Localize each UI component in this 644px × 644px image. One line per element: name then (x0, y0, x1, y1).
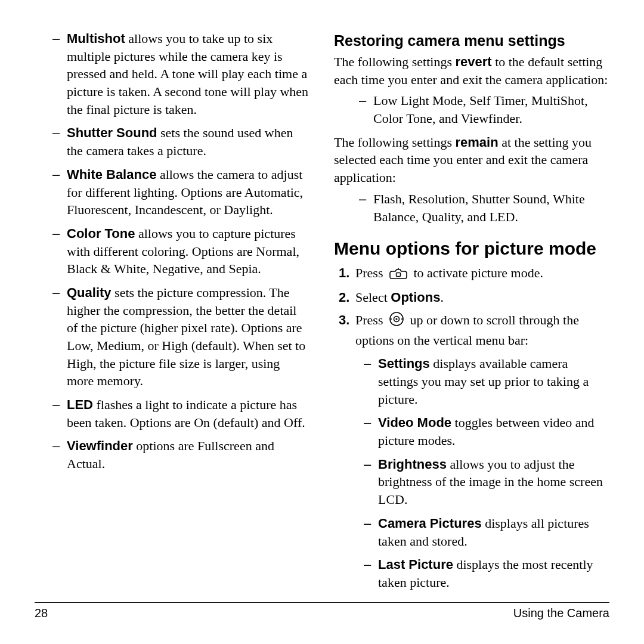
heading-restoring: Restoring camera menu settings (334, 32, 609, 49)
page-footer: 28 Using the Camera (35, 602, 609, 620)
text: Flash, Resolution, Shutter Sound, White … (373, 191, 585, 224)
list-item: LED flashes a light to indicate a pictur… (56, 396, 310, 431)
text: Press (355, 265, 386, 280)
term: Camera Pictures (378, 516, 482, 531)
text: The following settings (334, 54, 455, 69)
svg-point-1 (398, 268, 399, 270)
bold-remain: remain (455, 135, 498, 150)
left-column: Multishot allows you to take up to six m… (35, 30, 310, 597)
text: sets the picture compression. The higher… (67, 285, 305, 388)
list-item: White Balance allows the camera to adjus… (56, 166, 310, 219)
term: Settings (378, 356, 430, 371)
text: to activate picture mode. (410, 265, 543, 280)
step-2: Select Options. (339, 288, 609, 307)
list-item: Settings displays available camera setti… (367, 355, 609, 408)
right-column: Restoring camera menu settings The follo… (334, 30, 609, 597)
svg-point-5 (391, 318, 392, 320)
list-item: Color Tone allows you to capture picture… (56, 225, 310, 278)
text: . (440, 290, 444, 305)
term: Multishot (67, 31, 125, 46)
para-remain: The following settings remain at the set… (334, 134, 609, 187)
list-item: Brightness allows you to adjust the brig… (367, 456, 609, 509)
list-item: Shutter Sound sets the sound used when t… (56, 124, 310, 159)
term: LED (67, 397, 93, 412)
term: Color Tone (67, 226, 135, 241)
svg-point-4 (395, 318, 397, 320)
list-item: Viewfinder options are Fullscreen and Ac… (56, 437, 310, 472)
remain-list: Flash, Resolution, Shutter Sound, White … (334, 190, 609, 225)
page-number: 28 (35, 606, 48, 620)
term: Last Picture (378, 557, 453, 572)
term: Shutter Sound (67, 125, 157, 140)
heading-menu-options: Menu options for picture mode (334, 239, 609, 259)
list-item: Camera Pictures displays all pictures ta… (367, 515, 609, 550)
list-item: Flash, Resolution, Shutter Sound, White … (363, 190, 609, 225)
list-item: Last Picture displays the most recently … (367, 556, 609, 591)
term: Brightness (378, 457, 447, 472)
para-revert: The following settings revert to the def… (334, 53, 609, 88)
text: Low Light Mode, Self Timer, MultiShot, C… (373, 93, 588, 126)
step-1: Press to activate picture mode. (339, 264, 609, 284)
camera-settings-list: Multishot allows you to take up to six m… (35, 30, 310, 473)
term: Quality (67, 285, 112, 300)
term: White Balance (67, 167, 156, 182)
svg-rect-0 (396, 273, 400, 277)
bold-options: Options (391, 290, 440, 305)
svg-point-6 (401, 318, 402, 320)
step-3: Press up or down to scroll through the o… (339, 311, 609, 592)
text: flashes a light to indicate a picture ha… (67, 397, 305, 430)
list-item: Quality sets the picture compression. Th… (56, 284, 310, 390)
manual-page: Multishot allows you to take up to six m… (0, 0, 644, 644)
options-sublist: Settings displays available camera setti… (355, 355, 609, 591)
text: Select (355, 290, 391, 305)
nav-key-icon (389, 311, 404, 332)
text: Press (355, 312, 386, 327)
list-item: Low Light Mode, Self Timer, MultiShot, C… (363, 92, 609, 127)
list-item: Video Mode toggles between video and pic… (367, 414, 609, 449)
two-column-layout: Multishot allows you to take up to six m… (35, 30, 609, 597)
text: The following settings (334, 135, 455, 150)
term: Video Mode (378, 415, 451, 430)
section-title: Using the Camera (513, 606, 609, 620)
term: Viewfinder (67, 438, 133, 453)
revert-list: Low Light Mode, Self Timer, MultiShot, C… (334, 92, 609, 127)
steps-list: Press to activate picture mode. Select O… (334, 264, 609, 591)
camera-key-icon (389, 267, 408, 284)
bold-revert: revert (455, 54, 491, 69)
list-item: Multishot allows you to take up to six m… (56, 30, 310, 118)
